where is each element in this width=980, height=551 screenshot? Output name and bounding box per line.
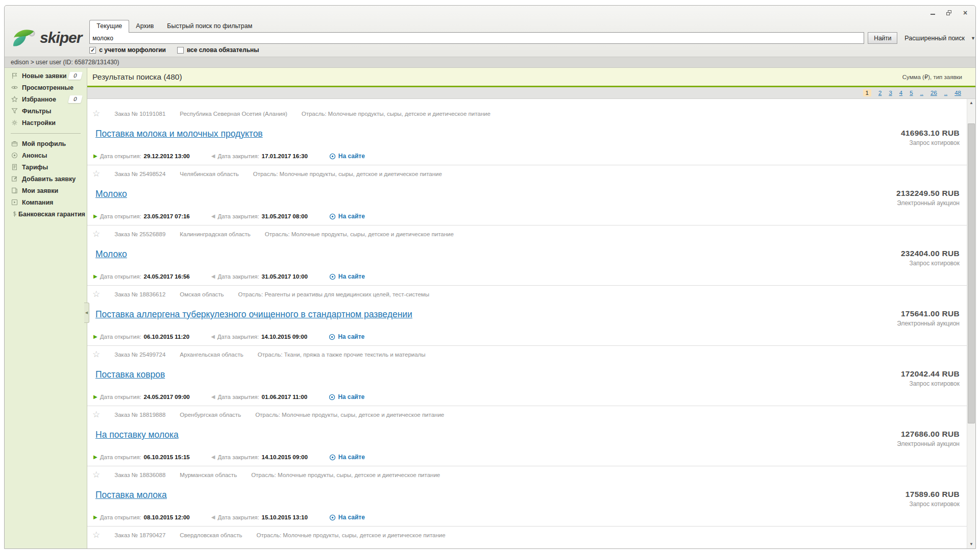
result-dates: ▶Дата открытия:29.12.2012 13:00◀Дата зак… — [93, 153, 365, 160]
favorite-star-icon[interactable]: ☆ — [92, 169, 100, 178]
favorite-star-icon[interactable]: ☆ — [92, 531, 100, 539]
close-button[interactable]: × — [961, 9, 969, 16]
sidebar-item-tariffs[interactable]: Тарифы — [5, 161, 87, 173]
on-site-link[interactable]: На сайте — [329, 213, 365, 220]
close-date-value: 14.10.2015 09:00 — [261, 334, 307, 340]
page-link[interactable]: 5 — [910, 90, 913, 96]
eye-icon — [329, 153, 336, 160]
page-link[interactable]: .. — [944, 90, 947, 96]
favorite-star-icon[interactable]: ☆ — [92, 290, 100, 298]
request-type: Запрос котировок — [901, 260, 960, 267]
close-date-label: Дата закрытия: — [217, 514, 259, 520]
favorite-star-icon[interactable]: ☆ — [92, 109, 100, 118]
favorite-star-icon[interactable]: ☆ — [92, 230, 100, 238]
amount: 127686.00 RUB — [897, 430, 960, 439]
request-type: Электронный аукцион — [897, 320, 960, 327]
order-number: Заказ № 10191081 — [114, 111, 165, 117]
sidebar-item-announcements[interactable]: Анонсы — [5, 149, 87, 161]
order-number: Заказ № 18836088 — [114, 472, 165, 478]
result-title-link[interactable]: Поставка молока — [95, 490, 167, 500]
result-amount-block: 127686.00 RUBЭлектронный аукцион — [897, 430, 960, 447]
result-title-link[interactable]: Поставка молока и молочных продуктов — [95, 129, 263, 139]
all-words-checkbox[interactable]: все слова обязательны — [177, 46, 259, 54]
sidebar: Новые заявки0ПросмотренныеИзбранное0Филь… — [5, 68, 87, 548]
sidebar-item-bank-guarantee[interactable]: Банковская гарантия — [5, 208, 87, 220]
morphology-checkbox[interactable]: ✓ с учетом морфологии — [89, 46, 166, 54]
on-site-link[interactable]: На сайте — [329, 454, 365, 461]
sidebar-item-company[interactable]: Компания — [5, 196, 87, 208]
results-list: ☆Заказ № 10191081Республика Северная Осе… — [87, 99, 967, 548]
scroll-up-icon[interactable]: ▲ — [967, 99, 975, 107]
result-title-link[interactable]: Молоко — [95, 249, 127, 260]
page-link[interactable]: 3 — [889, 90, 892, 96]
scroll-down-icon[interactable]: ▼ — [967, 540, 975, 548]
sidebar-item-viewed[interactable]: Просмотренные — [5, 82, 87, 93]
eye-icon — [329, 213, 336, 220]
on-site-link[interactable]: На сайте — [329, 514, 365, 521]
advanced-search-label: Расширенный поиск — [904, 35, 965, 42]
chevron-down-icon: ▼ — [971, 36, 975, 41]
sidebar-item-my-requests[interactable]: Мои заявки — [5, 185, 87, 196]
region: Челябинская область — [180, 171, 238, 177]
flag-icon — [11, 72, 22, 80]
page-current[interactable]: 1 — [863, 89, 871, 96]
page-link[interactable]: 4 — [899, 90, 902, 96]
close-date-value: 17.01.2017 16:30 — [262, 153, 308, 159]
on-site-link[interactable]: На сайте — [329, 153, 365, 160]
result-row: ☆Заказ № 25499724Архангельская областьОт… — [87, 346, 967, 406]
favorite-star-icon[interactable]: ☆ — [92, 470, 100, 479]
page-link[interactable]: .. — [920, 90, 923, 96]
sidebar-item-add-request[interactable]: Добавить заявку — [5, 173, 87, 185]
page-link[interactable]: 2 — [878, 90, 881, 96]
sidebar-item-favorites[interactable]: Избранное0 — [5, 93, 87, 105]
find-button[interactable]: Найти — [868, 32, 897, 44]
close-date-icon: ◀ — [211, 154, 215, 159]
sidebar-item-settings[interactable]: Настройки — [5, 117, 87, 129]
industry: Отрасль: Молочные продукты, сыры, детско… — [302, 111, 491, 117]
on-site-link[interactable]: На сайте — [329, 273, 365, 280]
favorite-star-icon[interactable]: ☆ — [92, 410, 100, 419]
close-date-value: 15.10.2015 13:10 — [262, 514, 308, 520]
favorite-star-icon[interactable]: ☆ — [92, 350, 100, 359]
close-date-label: Дата закрытия: — [217, 454, 259, 460]
result-meta: ☆Заказ № 10191081Республика Северная Осе… — [92, 109, 491, 118]
pagination: 12345..26..48 — [87, 87, 975, 99]
announce-icon — [11, 152, 22, 159]
search-options: ✓ с учетом морфологии все слова обязател… — [89, 46, 975, 54]
minimize-button[interactable] — [928, 9, 937, 16]
briefcase-icon — [11, 140, 22, 147]
result-title-link[interactable]: На поставку молока — [95, 430, 179, 440]
tab-archive[interactable]: Архив — [129, 20, 160, 32]
region: Мурманская область — [180, 472, 237, 478]
sidebar-collapse-handle[interactable]: ◀ — [84, 303, 89, 323]
star-icon — [11, 95, 22, 103]
sidebar-item-label: Мой профиль — [22, 140, 66, 147]
result-title-link[interactable]: Молоко — [95, 189, 127, 199]
page-link[interactable]: 26 — [930, 90, 937, 96]
sidebar-item-new-requests[interactable]: Новые заявки0 — [5, 70, 87, 82]
close-icon: × — [963, 10, 967, 16]
advanced-search-button[interactable]: Расширенный поиск ▼ — [904, 32, 975, 44]
tab-current[interactable]: Текущие — [89, 20, 129, 33]
result-meta: ☆Заказ № 18836612Омская областьОтрасль: … — [92, 290, 429, 298]
on-site-link[interactable]: На сайте — [329, 393, 364, 400]
open-date-label: Дата открытия: — [100, 454, 141, 460]
scrollbar-thumb[interactable] — [968, 123, 975, 423]
search-input[interactable] — [89, 32, 864, 44]
sidebar-item-filters[interactable]: Фильтры — [5, 105, 87, 117]
result-title-link[interactable]: Поставка ковров — [95, 369, 165, 380]
page-link[interactable]: 48 — [954, 90, 961, 96]
open-date-value: 06.10.2015 11:20 — [144, 334, 190, 340]
tab-quick-filter-search[interactable]: Быстрый поиск по фильтрам — [160, 20, 259, 32]
on-site-link[interactable]: На сайте — [329, 333, 364, 340]
sidebar-item-my-profile[interactable]: Мой профиль — [5, 138, 87, 149]
result-title-link[interactable]: Поставка аллергена туберкулезного очищен… — [95, 309, 412, 320]
restore-button[interactable] — [945, 9, 953, 16]
results-title: Результаты поиска (480) — [92, 72, 182, 82]
vertical-scrollbar[interactable]: ▲ ▼ — [967, 99, 975, 548]
open-date-icon: ▶ — [93, 214, 97, 219]
close-date-icon: ◀ — [211, 214, 215, 219]
sidebar-item-label: Анонсы — [22, 152, 47, 159]
result-row: ☆Заказ № 10191081Республика Северная Осе… — [87, 105, 967, 165]
region: Омская область — [180, 291, 224, 297]
